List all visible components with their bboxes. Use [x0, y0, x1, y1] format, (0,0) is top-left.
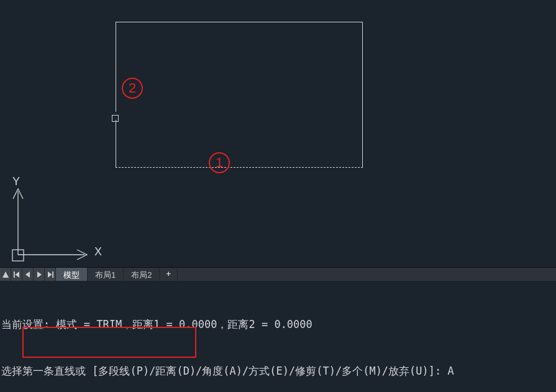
svg-marker-5: [15, 271, 19, 278]
cmd-history-line: 选择第一条直线或 [多段线(P)/距离(D)/角度(A)/方式(E)/修剪(T)…: [1, 363, 555, 379]
tab-last-button[interactable]: [45, 268, 56, 281]
rect-edge-left-upper[interactable]: [116, 22, 116, 112]
layout-tabbar: 模型 布局1 布局2 +: [0, 267, 556, 281]
ucs-x-label: X: [94, 245, 102, 258]
svg-marker-3: [2, 271, 9, 278]
tab-next-button[interactable]: [34, 268, 45, 281]
cmd-history-line: 当前设置: 模式 = TRIM，距离1 = 0.0000，距离2 = 0.000…: [1, 317, 555, 332]
tab-nav-buttons: [0, 268, 56, 281]
annotation-1: 1: [209, 152, 230, 173]
svg-marker-8: [48, 271, 52, 278]
tab-prev-button[interactable]: [22, 268, 34, 281]
tab-add[interactable]: +: [160, 268, 178, 281]
rect-edge-left-lower[interactable]: [116, 120, 116, 168]
rect-edge-bottom-selected[interactable]: [116, 167, 363, 168]
rect-edge-top[interactable]: [116, 22, 363, 22]
rect-edge-right[interactable]: [362, 22, 363, 168]
svg-marker-6: [25, 271, 30, 278]
ucs-icon: X Y: [7, 174, 101, 267]
ucs-y-label: Y: [12, 175, 20, 188]
cursor-pickbox[interactable]: [112, 115, 119, 122]
svg-rect-9: [52, 271, 53, 278]
command-line-area[interactable]: 当前设置: 模式 = TRIM，距离1 = 0.0000，距离2 = 0.000…: [0, 281, 556, 392]
tab-layout1[interactable]: 布局1: [88, 268, 124, 281]
tab-menu-button[interactable]: [0, 268, 11, 281]
tab-layout2[interactable]: 布局2: [124, 268, 160, 281]
tab-model[interactable]: 模型: [56, 268, 88, 281]
svg-marker-7: [37, 271, 42, 278]
svg-rect-4: [14, 271, 15, 278]
drawing-canvas[interactable]: 1 2 X Y: [0, 0, 556, 267]
tab-first-button[interactable]: [11, 268, 22, 281]
annotation-2: 2: [122, 78, 143, 99]
rectangle-object[interactable]: 1 2: [116, 22, 363, 168]
